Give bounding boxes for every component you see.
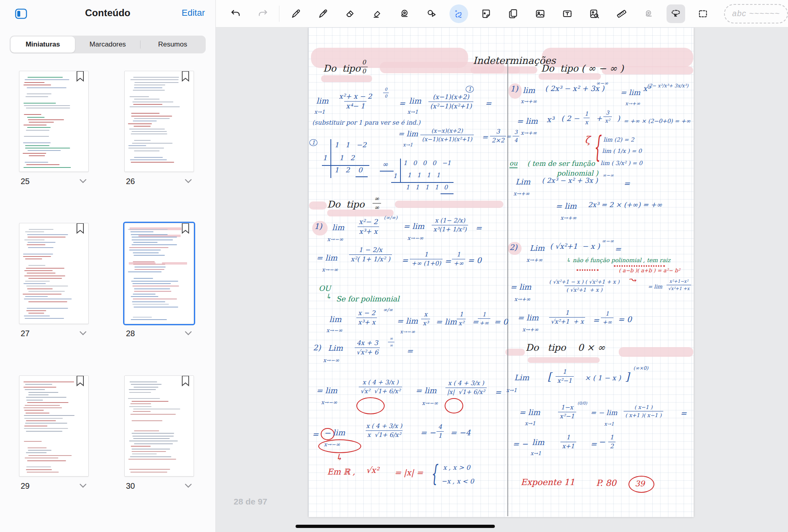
thumb-scribble xyxy=(25,318,64,319)
thumb-scribble xyxy=(28,392,58,393)
thumb-scribble xyxy=(131,234,168,235)
thumb-scribble xyxy=(26,130,49,131)
thumb-scribble xyxy=(26,96,48,97)
thumb-scribble xyxy=(26,397,66,398)
thumb-scribble xyxy=(128,123,152,124)
thumb-scribble xyxy=(23,85,51,85)
ai-pen-icon[interactable] xyxy=(449,4,468,23)
lasso-icon[interactable] xyxy=(667,4,685,23)
thumb-scribble xyxy=(129,389,156,390)
pen-icon[interactable] xyxy=(287,4,305,23)
thumb-scribble xyxy=(27,472,59,473)
chevron-down-icon[interactable] xyxy=(184,331,192,338)
thumb-scribble xyxy=(131,116,172,117)
chevron-down-icon[interactable] xyxy=(184,483,192,490)
chevron-down-icon[interactable] xyxy=(79,483,87,490)
thumb-scribble xyxy=(23,256,51,257)
thumb-scribble xyxy=(24,82,45,83)
thumb-scribble xyxy=(130,414,176,415)
thumb-highlight xyxy=(162,262,187,265)
thumb-scribble xyxy=(134,278,153,279)
thumbnail-page-number: 27 xyxy=(21,329,30,338)
tab-miniaturas[interactable]: Miniaturas xyxy=(11,36,75,53)
thumb-scribble xyxy=(25,384,52,385)
chevron-down-icon[interactable] xyxy=(79,331,87,338)
ruler-icon[interactable] xyxy=(612,4,631,23)
cards-icon[interactable] xyxy=(504,4,522,23)
thumb-scribble xyxy=(27,234,68,235)
horizontal-scrollbar[interactable] xyxy=(296,525,495,528)
sticker-icon[interactable] xyxy=(477,4,495,23)
thumb-scribble xyxy=(133,261,154,262)
shapes-icon[interactable] xyxy=(422,4,441,23)
thumb-scribble xyxy=(130,159,166,160)
thumb-scribble xyxy=(129,469,170,470)
thumb-scribble xyxy=(27,402,68,403)
text-box-icon[interactable] xyxy=(558,4,577,23)
thumb-scribble xyxy=(132,283,171,284)
thumb-scribble xyxy=(24,410,43,411)
thumbnail-page-28[interactable] xyxy=(124,223,194,324)
handwriting-recognition-pill: abc ~~~~~~ xyxy=(724,4,788,23)
thumb-scribble xyxy=(24,316,49,316)
app-window: Conteúdo Editar MiniaturasMarcadoresResu… xyxy=(0,0,788,532)
thumb-scribble xyxy=(132,143,173,144)
thumb-scribble xyxy=(130,96,149,97)
thumb-scribble xyxy=(129,392,151,393)
thumb-scribble xyxy=(28,119,64,120)
bookmark-icon xyxy=(181,71,190,83)
thumb-scribble xyxy=(132,301,165,302)
thumb-scribble xyxy=(131,113,160,114)
thumb-scribble xyxy=(24,418,63,419)
thumb-scribble xyxy=(28,394,48,395)
thumb-scribble xyxy=(134,307,178,307)
thumb-scribble xyxy=(133,252,159,253)
tab-marcadores[interactable]: Marcadores xyxy=(75,36,140,53)
selection-rect-icon[interactable] xyxy=(694,4,712,23)
chevron-down-icon[interactable] xyxy=(79,178,87,186)
undo-icon[interactable] xyxy=(226,4,245,23)
thumb-scribble xyxy=(29,229,53,230)
thumb-scribble xyxy=(134,85,165,85)
thumb-scribble xyxy=(28,265,46,266)
thumb-scribble xyxy=(132,102,173,102)
edit-button[interactable]: Editar xyxy=(182,8,205,18)
thumb-scribble xyxy=(130,382,158,382)
thumb-scribble xyxy=(134,118,170,119)
thumb-scribble xyxy=(27,87,66,88)
eraser-icon[interactable] xyxy=(341,4,360,23)
thumb-scribble xyxy=(27,93,51,94)
thumb-scribble xyxy=(26,466,51,467)
thumb-scribble xyxy=(28,455,72,456)
thumb-scribble xyxy=(27,117,45,118)
thumb-scribble xyxy=(133,242,157,243)
thumb-scribble xyxy=(25,79,69,80)
thumb-scribble xyxy=(28,450,51,451)
thumb-scribble xyxy=(23,103,56,104)
thumb-scribble xyxy=(26,286,68,286)
thumb-scribble xyxy=(28,247,53,248)
thumb-scribble xyxy=(133,104,162,105)
thumb-scribble xyxy=(132,286,179,286)
thumb-scribble xyxy=(129,250,160,250)
thumbnail-page-26[interactable] xyxy=(124,71,194,172)
thumbnail-page-30[interactable] xyxy=(124,375,194,477)
tape-roll-icon[interactable] xyxy=(395,4,414,23)
toolbar: abc ~~~~~~ xyxy=(216,0,788,28)
thumb-scribble xyxy=(25,148,70,148)
thumb-scribble xyxy=(26,310,46,311)
notebook-page[interactable] xyxy=(309,28,694,517)
thumb-scribble xyxy=(132,401,168,402)
tab-resumos[interactable]: Resumos xyxy=(141,36,205,53)
thumb-scribble xyxy=(28,237,66,237)
thumbnail-page-27[interactable] xyxy=(19,223,89,324)
highlighter-icon[interactable] xyxy=(368,4,387,23)
image-search-icon[interactable] xyxy=(585,4,604,23)
image-icon[interactable] xyxy=(531,4,549,23)
pencil-icon[interactable] xyxy=(314,4,332,23)
thumb-scribble xyxy=(132,420,162,421)
thumb-scribble xyxy=(133,299,177,299)
chevron-down-icon[interactable] xyxy=(184,178,192,186)
thumbnail-page-29[interactable] xyxy=(19,375,89,477)
thumbnail-page-25[interactable] xyxy=(19,71,89,172)
